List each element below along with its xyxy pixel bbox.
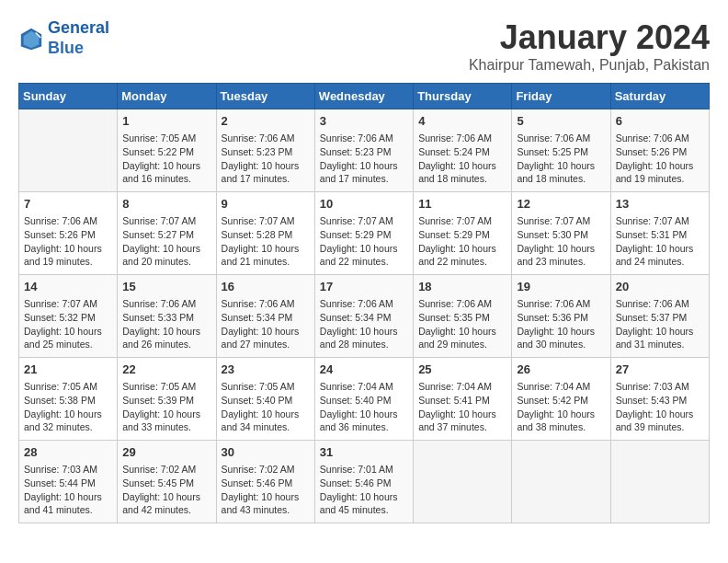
- day-info: Sunset: 5:46 PM: [222, 477, 310, 490]
- day-info: Sunset: 5:29 PM: [418, 228, 506, 242]
- day-number: 16: [222, 279, 310, 295]
- day-info: Daylight: 10 hours: [418, 325, 506, 339]
- day-number: 28: [24, 444, 112, 461]
- day-info: Sunset: 5:30 PM: [517, 228, 605, 242]
- day-info: and 27 minutes.: [222, 338, 310, 351]
- day-number: 29: [122, 444, 210, 461]
- day-info: and 36 minutes.: [320, 420, 408, 434]
- calendar-cell: 28Sunrise: 7:03 AMSunset: 5:44 PMDayligh…: [19, 441, 118, 523]
- calendar-cell: 3Sunrise: 7:06 AMSunset: 5:23 PMDaylight…: [314, 109, 413, 192]
- day-number: 27: [616, 362, 704, 378]
- day-info: Sunset: 5:44 PM: [24, 477, 112, 490]
- calendar-week-row: 14Sunrise: 7:07 AMSunset: 5:32 PMDayligh…: [19, 275, 710, 358]
- day-info: Sunrise: 7:05 AM: [122, 380, 210, 394]
- day-number: 30: [222, 444, 310, 461]
- header-monday: Monday: [118, 84, 216, 109]
- calendar-week-row: 21Sunrise: 7:05 AMSunset: 5:38 PMDayligh…: [19, 358, 710, 441]
- calendar-cell: 10Sunrise: 7:07 AMSunset: 5:29 PMDayligh…: [314, 192, 413, 275]
- day-info: Daylight: 10 hours: [222, 159, 310, 173]
- day-number: 3: [320, 113, 408, 130]
- day-info: Daylight: 10 hours: [418, 159, 506, 173]
- day-info: and 18 minutes.: [517, 172, 605, 186]
- logo-text: General Blue: [48, 18, 109, 58]
- calendar-week-row: 7Sunrise: 7:06 AMSunset: 5:26 PMDaylight…: [19, 192, 710, 275]
- day-number: 2: [222, 113, 310, 130]
- day-number: 20: [616, 279, 704, 295]
- day-info: and 17 minutes.: [222, 172, 310, 186]
- day-info: Daylight: 10 hours: [122, 408, 210, 421]
- day-number: 1: [122, 113, 210, 130]
- day-info: and 16 minutes.: [122, 172, 210, 186]
- day-info: Sunset: 5:24 PM: [418, 145, 506, 159]
- day-info: Sunrise: 7:04 AM: [517, 380, 605, 394]
- calendar-table: SundayMondayTuesdayWednesdayThursdayFrid…: [18, 83, 710, 523]
- calendar-cell: 6Sunrise: 7:06 AMSunset: 5:26 PMDaylight…: [610, 109, 709, 192]
- day-info: Sunset: 5:41 PM: [418, 394, 506, 408]
- day-info: Sunset: 5:31 PM: [616, 228, 704, 242]
- calendar-cell: 16Sunrise: 7:06 AMSunset: 5:34 PMDayligh…: [216, 275, 314, 358]
- calendar-header-row: SundayMondayTuesdayWednesdayThursdayFrid…: [19, 84, 710, 109]
- day-info: and 21 minutes.: [222, 255, 310, 269]
- day-info: and 19 minutes.: [24, 255, 112, 269]
- day-info: Sunset: 5:36 PM: [517, 311, 605, 325]
- day-number: 4: [418, 113, 506, 130]
- day-info: and 43 minutes.: [222, 503, 310, 517]
- header-saturday: Saturday: [610, 84, 709, 109]
- day-info: Daylight: 10 hours: [320, 490, 408, 504]
- day-info: and 25 minutes.: [24, 338, 112, 351]
- day-number: 5: [517, 113, 605, 130]
- calendar-cell: [19, 109, 118, 192]
- calendar-week-row: 1Sunrise: 7:05 AMSunset: 5:22 PMDaylight…: [19, 109, 710, 192]
- day-info: Sunset: 5:38 PM: [24, 394, 112, 408]
- day-info: Sunrise: 7:06 AM: [616, 132, 704, 145]
- day-info: Sunset: 5:29 PM: [320, 228, 408, 242]
- day-number: 8: [122, 196, 210, 213]
- day-info: and 17 minutes.: [320, 172, 408, 186]
- day-number: 9: [222, 196, 310, 213]
- logo-icon: [18, 26, 44, 52]
- day-info: Daylight: 10 hours: [122, 325, 210, 339]
- day-info: Sunrise: 7:03 AM: [24, 463, 112, 477]
- day-info: Daylight: 10 hours: [517, 242, 605, 256]
- day-info: Daylight: 10 hours: [24, 242, 112, 256]
- day-info: Daylight: 10 hours: [517, 325, 605, 339]
- day-info: Sunset: 5:46 PM: [320, 477, 408, 490]
- calendar-cell: 24Sunrise: 7:04 AMSunset: 5:40 PMDayligh…: [314, 358, 413, 441]
- day-number: 17: [320, 279, 408, 295]
- day-info: Sunset: 5:45 PM: [122, 477, 210, 490]
- calendar-cell: 25Sunrise: 7:04 AMSunset: 5:41 PMDayligh…: [414, 358, 512, 441]
- day-info: Daylight: 10 hours: [122, 242, 210, 256]
- day-info: and 31 minutes.: [616, 338, 704, 351]
- day-info: Sunrise: 7:06 AM: [24, 214, 112, 228]
- day-number: 22: [122, 362, 210, 378]
- day-info: Sunrise: 7:06 AM: [222, 297, 310, 311]
- day-number: 31: [320, 444, 408, 461]
- day-info: Daylight: 10 hours: [517, 408, 605, 421]
- day-info: Daylight: 10 hours: [320, 159, 408, 173]
- day-number: 23: [222, 362, 310, 378]
- day-info: Daylight: 10 hours: [616, 408, 704, 421]
- day-info: and 20 minutes.: [122, 255, 210, 269]
- calendar-cell: [414, 441, 512, 523]
- day-info: Sunrise: 7:01 AM: [320, 463, 408, 477]
- day-info: and 29 minutes.: [418, 338, 506, 351]
- calendar-cell: 23Sunrise: 7:05 AMSunset: 5:40 PMDayligh…: [216, 358, 314, 441]
- day-info: and 24 minutes.: [616, 255, 704, 269]
- day-number: 10: [320, 196, 408, 213]
- calendar-cell: 17Sunrise: 7:06 AMSunset: 5:34 PMDayligh…: [314, 275, 413, 358]
- day-info: Sunrise: 7:06 AM: [222, 132, 310, 145]
- day-info: Daylight: 10 hours: [418, 408, 506, 421]
- day-info: Sunrise: 7:02 AM: [222, 463, 310, 477]
- day-info: and 38 minutes.: [517, 420, 605, 434]
- day-info: Sunset: 5:32 PM: [24, 311, 112, 325]
- calendar-cell: 4Sunrise: 7:06 AMSunset: 5:24 PMDaylight…: [414, 109, 512, 192]
- day-number: 18: [418, 279, 506, 295]
- title-block: January 2024 Khairpur Tamewah, Punjab, P…: [469, 18, 710, 74]
- day-info: and 39 minutes.: [616, 420, 704, 434]
- calendar-cell: 12Sunrise: 7:07 AMSunset: 5:30 PMDayligh…: [512, 192, 610, 275]
- day-info: Daylight: 10 hours: [616, 325, 704, 339]
- calendar-cell: 29Sunrise: 7:02 AMSunset: 5:45 PMDayligh…: [118, 441, 216, 523]
- day-info: Sunrise: 7:07 AM: [418, 214, 506, 228]
- day-info: and 37 minutes.: [418, 420, 506, 434]
- day-info: Sunrise: 7:06 AM: [418, 132, 506, 145]
